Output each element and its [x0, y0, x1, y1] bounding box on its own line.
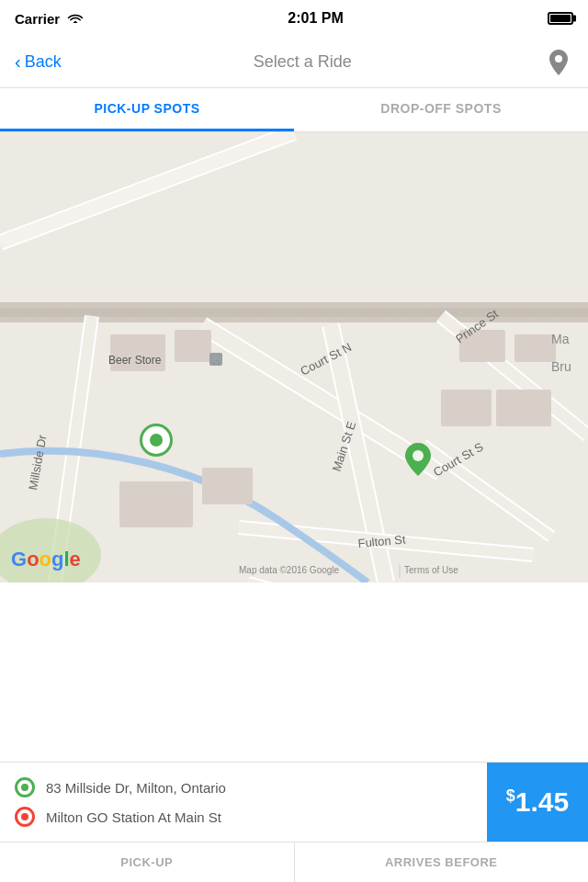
svg-rect-26: [514, 334, 556, 362]
back-label: Back: [25, 52, 62, 72]
back-chevron-icon: ‹: [15, 51, 21, 73]
tab-dropoff[interactable]: DROP-OFF SPOTS: [294, 88, 588, 131]
price-symbol: $: [506, 786, 515, 805]
svg-text:Google: Google: [11, 548, 81, 571]
svg-point-52: [413, 450, 424, 461]
nav-bar: ‹ Back Select a Ride: [0, 37, 588, 88]
price-button[interactable]: $1.45: [487, 763, 588, 842]
dropoff-marker[interactable]: [403, 441, 433, 481]
dropoff-location: Milton GO Station At Main St: [15, 807, 472, 827]
bottom-tab-arrives[interactable]: ARRIVES BEFORE: [295, 842, 589, 882]
bottom-tab-pickup[interactable]: PICK-UP: [0, 842, 294, 882]
status-time: 2:01 PM: [288, 10, 343, 27]
svg-rect-24: [175, 330, 211, 362]
pickup-address: 83 Millside Dr, Milton, Ontario: [46, 780, 226, 796]
svg-rect-30: [202, 468, 253, 504]
info-row: 83 Millside Dr, Milton, Ontario Milton G…: [0, 763, 588, 842]
carrier-info: Carrier: [15, 11, 84, 27]
back-button[interactable]: ‹ Back: [15, 51, 62, 73]
svg-text:🛒: 🛒: [212, 354, 223, 365]
dropoff-address: Milton GO Station At Main St: [46, 809, 221, 825]
page-title: Select a Ride: [254, 52, 352, 72]
wifi-icon: [67, 11, 84, 27]
price-display: $1.45: [506, 786, 569, 818]
map-view[interactable]: Court St N Prince St Millside Dr Main St…: [0, 132, 588, 582]
bottom-tab-bar: PICK-UP ARRIVES BEFORE: [0, 842, 588, 882]
tab-bar: PICK-UP SPOTS DROP-OFF SPOTS: [0, 88, 588, 132]
svg-rect-28: [496, 390, 551, 426]
tab-pickup[interactable]: PICK-UP SPOTS: [0, 88, 294, 131]
svg-rect-27: [441, 390, 492, 426]
pickup-marker[interactable]: [140, 424, 173, 457]
pickup-icon: [15, 777, 35, 797]
info-details: 83 Millside Dr, Milton, Ontario Milton G…: [0, 763, 487, 842]
battery-icon: [548, 12, 573, 25]
status-bar: Carrier 2:01 PM: [0, 0, 588, 37]
info-card: 83 Millside Dr, Milton, Ontario Milton G…: [0, 762, 588, 882]
svg-rect-29: [119, 481, 193, 527]
dropoff-icon: [15, 807, 35, 827]
svg-text:Terms of Use: Terms of Use: [404, 565, 458, 575]
svg-text:Ma: Ma: [551, 332, 570, 346]
svg-text:Bru: Bru: [551, 359, 571, 374]
carrier-label: Carrier: [15, 11, 60, 27]
svg-text:Map data ©2016 Google: Map data ©2016 Google: [239, 565, 340, 575]
location-icon[interactable]: [544, 48, 573, 77]
svg-text:Beer Store: Beer Store: [108, 354, 162, 367]
svg-point-0: [555, 55, 562, 62]
pickup-location: 83 Millside Dr, Milton, Ontario: [15, 777, 472, 797]
